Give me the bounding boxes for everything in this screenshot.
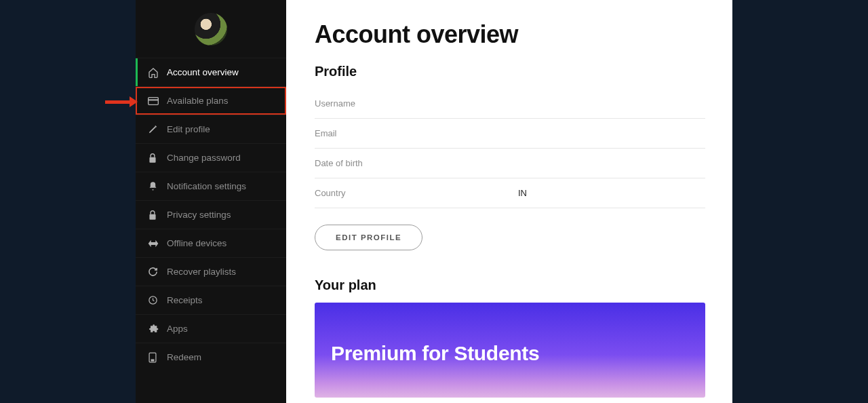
lock-icon <box>148 210 167 220</box>
sidebar-item-label: Receipts <box>167 295 203 305</box>
sidebar-item-label: Privacy settings <box>167 210 231 220</box>
profile-row-country: Country IN <box>315 178 705 208</box>
puzzle-icon <box>148 324 167 334</box>
sidebar-item-edit-profile[interactable]: Edit profile <box>136 115 286 143</box>
sidebar-item-label: Offline devices <box>167 238 226 248</box>
sidebar-nav: Account overview Available plans Edit pr… <box>136 58 286 371</box>
refresh-icon <box>148 267 167 277</box>
sidebar: Account overview Available plans Edit pr… <box>136 0 286 403</box>
sidebar-item-label: Recover playlists <box>167 267 236 277</box>
lock-icon <box>148 153 167 164</box>
sidebar-item-offline-devices[interactable]: Offline devices <box>136 229 286 257</box>
annotation-arrow <box>105 96 138 107</box>
bell-icon <box>148 181 167 192</box>
sidebar-item-account-overview[interactable]: Account overview <box>136 58 286 86</box>
sidebar-item-label: Change password <box>167 153 241 163</box>
svg-rect-6 <box>151 360 154 361</box>
field-value: IN <box>518 188 527 198</box>
pencil-icon <box>148 124 167 134</box>
edit-profile-button[interactable]: EDIT PROFILE <box>315 225 422 250</box>
sidebar-item-label: Apps <box>167 324 188 334</box>
svg-rect-3 <box>149 214 155 219</box>
profile-row-email: Email <box>315 119 705 149</box>
sidebar-item-notification-settings[interactable]: Notification settings <box>136 172 286 200</box>
sidebar-item-label: Available plans <box>167 96 229 106</box>
field-label: Username <box>315 98 518 109</box>
profile-heading: Profile <box>315 64 705 79</box>
sidebar-item-label: Edit profile <box>167 124 210 134</box>
svg-rect-2 <box>149 157 155 162</box>
sidebar-item-apps[interactable]: Apps <box>136 314 286 343</box>
sidebar-item-receipts[interactable]: Receipts <box>136 286 286 314</box>
redeem-icon <box>148 352 167 363</box>
app-window: Account overview Available plans Edit pr… <box>136 0 732 403</box>
svg-rect-0 <box>149 97 159 104</box>
plan-section: Your plan Premium for Students <box>315 277 705 398</box>
plan-card: Premium for Students <box>315 303 705 398</box>
sidebar-item-redeem[interactable]: Redeem <box>136 343 286 371</box>
page-title: Account overview <box>315 20 705 49</box>
svg-rect-1 <box>149 99 159 100</box>
user-avatar[interactable] <box>195 13 227 45</box>
plan-heading: Your plan <box>315 277 705 293</box>
arrow-line <box>105 100 130 104</box>
profile-row-username: Username <box>315 89 705 119</box>
card-icon <box>148 97 167 105</box>
profile-section: Profile Username Email Date of birth <box>315 64 705 250</box>
home-icon <box>148 67 167 78</box>
sidebar-item-label: Account overview <box>167 67 239 77</box>
profile-rows: Username Email Date of birth Country IN <box>315 89 705 208</box>
sidebar-item-privacy-settings[interactable]: Privacy settings <box>136 200 286 229</box>
avatar-wrap <box>136 0 286 58</box>
field-label: Country <box>315 188 518 198</box>
sidebar-item-change-password[interactable]: Change password <box>136 143 286 172</box>
sidebar-item-label: Notification settings <box>167 181 246 191</box>
sidebar-item-available-plans[interactable]: Available plans <box>136 86 286 115</box>
field-label: Email <box>315 128 518 138</box>
offline-icon <box>148 239 167 248</box>
sidebar-item-recover-playlists[interactable]: Recover playlists <box>136 257 286 286</box>
sidebar-item-label: Redeem <box>167 352 201 362</box>
clock-icon <box>148 295 167 305</box>
plan-card-title: Premium for Students <box>331 342 689 365</box>
profile-row-dob: Date of birth <box>315 149 705 178</box>
field-label: Date of birth <box>315 158 518 168</box>
main-content: Account overview Profile Username Email … <box>286 0 732 403</box>
